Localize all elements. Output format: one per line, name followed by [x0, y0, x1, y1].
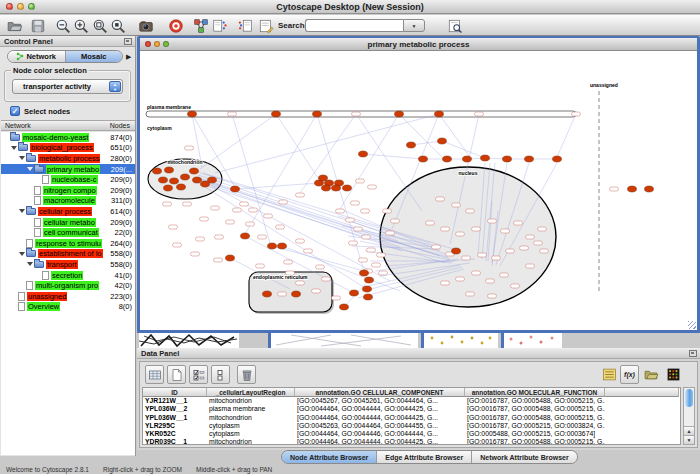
- table-scrollbar[interactable]: ▲ ▼: [683, 387, 695, 445]
- table-row-ypl036w__2[interactable]: YPL036W__2plasma membrane[GO:0044464, GO…: [143, 405, 680, 413]
- tree-row-nucleobase-c[interactable]: nucleobase-c209(0): [1, 174, 135, 185]
- expand-arrow-icon[interactable]: [19, 156, 25, 160]
- expand-arrow-icon[interactable]: [19, 209, 25, 213]
- tree-row-node-count: 209(...: [111, 165, 135, 174]
- network-leaf-icon: [26, 239, 33, 248]
- tree-row-transport[interactable]: transport558(0): [1, 259, 135, 270]
- zoom-fit-button[interactable]: [92, 18, 108, 34]
- column-header[interactable]: [605, 388, 679, 397]
- gene-node: [233, 208, 242, 212]
- expand-arrow-icon[interactable]: [27, 167, 33, 171]
- tab-network[interactable]: Network: [8, 51, 66, 62]
- tree-row-establishment-of-lo[interactable]: establishment of lo558(0): [1, 249, 135, 260]
- network-canvas[interactable]: plasma membranecytoplasmmitochondrionnuc…: [140, 51, 697, 330]
- tree-row-mosaic-demo-yeast[interactable]: mosaic-demo-yeast874(0): [1, 132, 135, 143]
- expand-arrow-icon[interactable]: [27, 262, 33, 266]
- column-header[interactable]: _cellularLayoutRegion: [207, 388, 295, 397]
- tree-row-cellular-metabo[interactable]: cellular metabo209(0): [1, 217, 135, 228]
- tree-row-macromolecule[interactable]: macromolecule311(0): [1, 196, 135, 207]
- tree-row-response-to-stimulu[interactable]: response to stimulu264(0): [1, 238, 135, 249]
- attribute-editor-button[interactable]: [258, 18, 274, 34]
- attribute-table[interactable]: ID_cellularLayoutRegionannotation.GO CEL…: [142, 387, 681, 445]
- search-input[interactable]: [305, 19, 403, 32]
- table-row-ykr052c[interactable]: YKR052Ccytoplasm[GO:0044464, GO:0044446,…: [143, 430, 680, 438]
- zoom-out-button[interactable]: [55, 18, 71, 34]
- background-window-2[interactable]: [421, 333, 498, 348]
- attribute-list-button[interactable]: [600, 365, 619, 384]
- zoom-selected-button[interactable]: [110, 18, 126, 34]
- tree-row-metabolic-process[interactable]: metabolic process280(0): [1, 153, 135, 164]
- select-attributes-button[interactable]: [189, 365, 208, 384]
- selected-gene-node: [188, 111, 197, 117]
- tree-row-nitrogen-compo[interactable]: nitrogen compo209(0): [1, 185, 135, 196]
- tree-row-secretion[interactable]: secretion41(0): [1, 270, 135, 281]
- selected-gene-node: [435, 111, 444, 117]
- annotation-batch-button[interactable]: [237, 18, 253, 34]
- select-nodes-checkbox[interactable]: ✓: [10, 106, 20, 116]
- tree-row-overview[interactable]: Overview8(0): [1, 302, 135, 313]
- resize-grip-icon[interactable]: [688, 321, 696, 329]
- snapshot-button[interactable]: [138, 18, 154, 34]
- vizmapper-button[interactable]: [193, 18, 209, 34]
- network-window-titlebar[interactable]: primary metabolic process: [140, 38, 697, 51]
- float-data-panel-icon[interactable]: [689, 350, 697, 357]
- attribute-grid-button[interactable]: [145, 365, 164, 384]
- delete-attribute-button[interactable]: [237, 365, 256, 384]
- column-header[interactable]: ID: [143, 388, 207, 397]
- gene-node: [526, 235, 535, 239]
- column-header[interactable]: annotation.GO MOLECULAR_FUNCTION: [465, 388, 605, 397]
- background-window-1[interactable]: [268, 333, 418, 348]
- column-header[interactable]: annotation.GO CELLULAR_COMPONENT: [295, 388, 465, 397]
- table-row-yjr121w__1[interactable]: YJR121W__1mitochondrion[GO:0045267, GO:0…: [143, 397, 680, 405]
- background-window-overview[interactable]: [139, 333, 239, 348]
- tree-row-biological-process[interactable]: biological_process651(0): [1, 143, 135, 154]
- gene-node: [466, 209, 475, 213]
- gene-node: [511, 284, 520, 288]
- zoom-in-button[interactable]: [73, 18, 89, 34]
- gene-node: [540, 249, 549, 253]
- tree-row-node-count: 22(0): [114, 228, 135, 237]
- gene-node: [352, 112, 361, 116]
- heatmap-button[interactable]: [664, 365, 683, 384]
- tree-row-cellular-process[interactable]: cellular process614(0): [1, 206, 135, 217]
- tree-row-multi-organism-pro[interactable]: multi-organism pro42(0): [1, 280, 135, 291]
- tree-row-node-count: 874(0): [110, 133, 135, 142]
- node-color-dropdown[interactable]: transporter activity ▲▼: [12, 79, 123, 94]
- table-row-ylr295c[interactable]: YLR295Ccytoplasm[GO:0045263, GO:0044464,…: [143, 422, 680, 430]
- float-panel-icon[interactable]: [124, 38, 132, 45]
- formula-button[interactable]: f(x): [620, 365, 639, 384]
- save-session-button[interactable]: [30, 18, 46, 34]
- gene-node: [456, 277, 465, 281]
- data-panel-header: Data Panel: [137, 348, 700, 359]
- search-dropdown-button[interactable]: ▼: [403, 19, 425, 32]
- tab-network-attribute-browser[interactable]: Network Attribute Browser: [472, 451, 576, 463]
- help-button[interactable]: [168, 18, 184, 34]
- expand-arrow-icon[interactable]: [19, 252, 25, 256]
- scroll-down-button[interactable]: ▼: [684, 435, 694, 444]
- tree-row-node-count: 8(0): [119, 302, 135, 311]
- table-row-ydr039c__1[interactable]: YDR039C__1mitochondrion[GO:0044464, GO:0…: [143, 438, 680, 445]
- table-cell: [605, 422, 679, 430]
- background-window-3[interactable]: [501, 333, 562, 348]
- open-session-button[interactable]: [7, 18, 23, 34]
- tree-row-unassigned[interactable]: unassigned223(0): [1, 291, 135, 302]
- tree-row-primary-metabo[interactable]: primary metabo209(...: [1, 164, 135, 175]
- selected-gene-node: [272, 111, 281, 117]
- scrollbar-thumb[interactable]: [685, 389, 693, 407]
- scroll-up-button[interactable]: ▲: [684, 426, 694, 435]
- unselect-attributes-button[interactable]: [211, 365, 230, 384]
- gene-node: [256, 264, 265, 268]
- table-row-ypl036w__1[interactable]: YPL036W__1mitochondrion[GO:0044464, GO:0…: [143, 414, 680, 422]
- expand-arrow-icon[interactable]: [11, 146, 17, 150]
- import-attributes-button[interactable]: [642, 365, 661, 384]
- tab-overflow-arrow[interactable]: ▶: [126, 53, 131, 61]
- edge: [235, 183, 319, 189]
- search-options-button[interactable]: [447, 18, 463, 34]
- new-attribute-button[interactable]: [167, 365, 186, 384]
- tree-row-cell-communicat[interactable]: cell communicat22(0): [1, 227, 135, 238]
- tab-node-attribute-browser[interactable]: Node Attribute Browser: [282, 451, 377, 463]
- gene-node: [354, 227, 363, 231]
- tab-mosaic[interactable]: Mosaic: [66, 51, 123, 62]
- tab-edge-attribute-browser[interactable]: Edge Attribute Browser: [377, 451, 472, 463]
- annotation-import-button[interactable]: [212, 18, 228, 34]
